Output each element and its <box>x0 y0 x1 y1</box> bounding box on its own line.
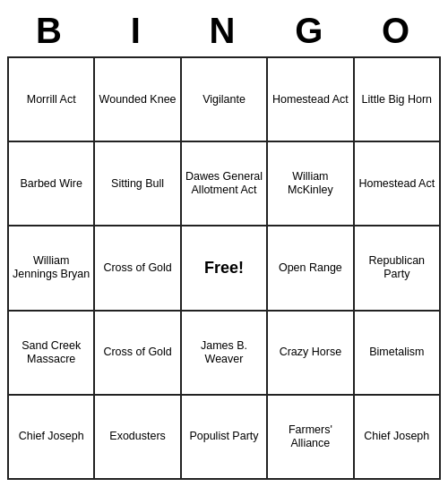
bingo-cell: Vigilante <box>182 58 268 142</box>
bingo-cell: Crazy Horse <box>268 312 354 396</box>
title-g: G <box>267 11 354 51</box>
bingo-cell: Chief Joseph <box>9 396 95 480</box>
bingo-cell: Wounded Knee <box>95 58 181 142</box>
bingo-cell: Sand Creek Massacre <box>9 312 95 396</box>
bingo-cell: Barbed Wire <box>9 142 95 226</box>
bingo-cell: Chief Joseph <box>355 396 441 480</box>
bingo-cell: Farmers' Alliance <box>268 396 354 480</box>
bingo-cell: Dawes General Allotment Act <box>182 142 268 226</box>
title-i: I <box>94 11 181 51</box>
bingo-cell: William McKinley <box>268 142 354 226</box>
free-cell: Free! <box>182 226 268 311</box>
bingo-cell: Homestead Act <box>355 142 441 226</box>
bingo-cell: Cross of Gold <box>95 226 181 311</box>
bingo-cell: William Jennings Bryan <box>9 226 95 311</box>
bingo-cell: Bimetalism <box>355 312 441 396</box>
bingo-cell: James B. Weaver <box>182 312 268 396</box>
bingo-cell: Open Range <box>268 226 354 311</box>
bingo-cell: Sitting Bull <box>95 142 181 226</box>
bingo-cell: Republican Party <box>355 226 441 311</box>
bingo-cell: Little Big Horn <box>355 58 441 142</box>
title-b: B <box>7 11 94 51</box>
bingo-title: B I N G O <box>7 7 441 56</box>
bingo-grid: Morrill ActWounded KneeVigilanteHomestea… <box>7 56 441 480</box>
title-n: N <box>181 11 268 51</box>
bingo-cell: Populist Party <box>182 396 268 480</box>
bingo-cell: Exodusters <box>95 396 181 480</box>
bingo-cell: Cross of Gold <box>95 312 181 396</box>
title-o: O <box>354 11 441 51</box>
bingo-cell: Homestead Act <box>268 58 354 142</box>
bingo-cell: Morrill Act <box>9 58 95 142</box>
